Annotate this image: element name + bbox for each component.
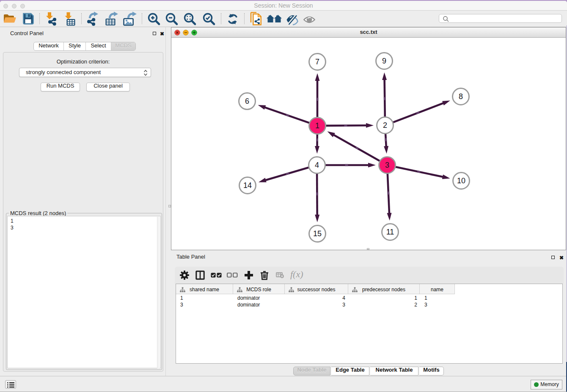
svg-text:14: 14 <box>243 181 252 190</box>
svg-text:3: 3 <box>385 161 389 169</box>
svg-text:10: 10 <box>457 177 465 185</box>
svg-text:2: 2 <box>383 121 387 130</box>
svg-text:1: 1 <box>315 121 319 130</box>
svg-text:7: 7 <box>315 58 319 66</box>
svg-text:8: 8 <box>459 92 463 101</box>
svg-text:9: 9 <box>382 57 386 65</box>
svg-text:15: 15 <box>313 229 322 238</box>
svg-text:11: 11 <box>386 228 394 236</box>
svg-text:4: 4 <box>315 161 319 169</box>
svg-text:6: 6 <box>245 97 249 105</box>
